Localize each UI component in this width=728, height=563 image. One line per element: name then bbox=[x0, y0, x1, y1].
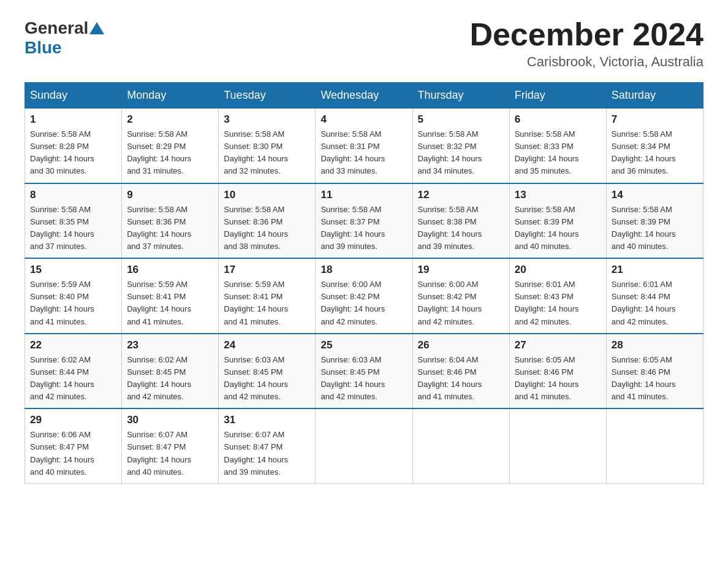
logo-blue-text: Blue bbox=[25, 38, 62, 57]
calendar-cell: 30 Sunrise: 6:07 AMSunset: 8:47 PMDaylig… bbox=[122, 408, 219, 483]
calendar-cell: 14 Sunrise: 5:58 AMSunset: 8:39 PMDaylig… bbox=[606, 183, 703, 259]
calendar-cell: 29 Sunrise: 6:06 AMSunset: 8:47 PMDaylig… bbox=[25, 408, 122, 483]
day-info: Sunrise: 5:59 AMSunset: 8:41 PMDaylight:… bbox=[127, 280, 191, 326]
logo-general-text: General bbox=[25, 18, 88, 38]
day-info: Sunrise: 5:59 AMSunset: 8:40 PMDaylight:… bbox=[30, 280, 94, 326]
calendar-cell: 24 Sunrise: 6:03 AMSunset: 8:45 PMDaylig… bbox=[219, 334, 316, 409]
day-info: Sunrise: 6:03 AMSunset: 8:45 PMDaylight:… bbox=[224, 355, 288, 401]
day-info: Sunrise: 6:03 AMSunset: 8:45 PMDaylight:… bbox=[320, 355, 385, 401]
column-header-sunday: Sunday bbox=[25, 83, 122, 109]
day-number: 5 bbox=[418, 113, 504, 126]
calendar-week-row: 29 Sunrise: 6:06 AMSunset: 8:47 PMDaylig… bbox=[25, 408, 703, 483]
calendar-cell: 20 Sunrise: 6:01 AMSunset: 8:43 PMDaylig… bbox=[509, 258, 606, 334]
day-info: Sunrise: 6:02 AMSunset: 8:45 PMDaylight:… bbox=[127, 355, 191, 401]
calendar-cell: 26 Sunrise: 6:04 AMSunset: 8:46 PMDaylig… bbox=[412, 334, 509, 409]
day-number: 9 bbox=[127, 189, 213, 201]
day-number: 2 bbox=[127, 113, 213, 126]
day-info: Sunrise: 6:06 AMSunset: 8:47 PMDaylight:… bbox=[30, 430, 94, 476]
day-number: 21 bbox=[612, 264, 698, 276]
day-info: Sunrise: 6:07 AMSunset: 8:47 PMDaylight:… bbox=[224, 430, 288, 476]
day-number: 17 bbox=[224, 264, 310, 276]
calendar-cell: 5 Sunrise: 5:58 AMSunset: 8:32 PMDayligh… bbox=[412, 109, 509, 183]
calendar-header-row: SundayMondayTuesdayWednesdayThursdayFrid… bbox=[25, 83, 703, 109]
day-number: 18 bbox=[320, 264, 407, 276]
calendar-table: SundayMondayTuesdayWednesdayThursdayFrid… bbox=[25, 82, 703, 484]
day-info: Sunrise: 5:58 AMSunset: 8:38 PMDaylight:… bbox=[418, 205, 482, 251]
calendar-cell: 18 Sunrise: 6:00 AMSunset: 8:42 PMDaylig… bbox=[316, 258, 412, 334]
day-number: 31 bbox=[224, 414, 310, 426]
month-title: December 2024 bbox=[469, 18, 703, 50]
day-number: 24 bbox=[224, 339, 310, 351]
calendar-cell: 11 Sunrise: 5:58 AMSunset: 8:37 PMDaylig… bbox=[316, 183, 412, 259]
calendar-cell: 7 Sunrise: 5:58 AMSunset: 8:34 PMDayligh… bbox=[606, 109, 703, 183]
day-number: 28 bbox=[612, 339, 698, 351]
calendar-cell: 16 Sunrise: 5:59 AMSunset: 8:41 PMDaylig… bbox=[122, 258, 219, 334]
day-number: 13 bbox=[515, 189, 601, 201]
calendar-cell: 23 Sunrise: 6:02 AMSunset: 8:45 PMDaylig… bbox=[122, 334, 219, 409]
day-info: Sunrise: 6:04 AMSunset: 8:46 PMDaylight:… bbox=[418, 355, 482, 401]
day-number: 11 bbox=[320, 189, 407, 201]
day-info: Sunrise: 5:58 AMSunset: 8:39 PMDaylight:… bbox=[612, 205, 676, 251]
day-number: 4 bbox=[320, 113, 407, 126]
day-info: Sunrise: 5:58 AMSunset: 8:32 PMDaylight:… bbox=[418, 129, 482, 175]
day-number: 30 bbox=[127, 414, 213, 426]
calendar-cell: 9 Sunrise: 5:58 AMSunset: 8:36 PMDayligh… bbox=[122, 183, 219, 259]
title-block: December 2024 Carisbrook, Victoria, Aust… bbox=[469, 18, 703, 70]
day-info: Sunrise: 6:00 AMSunset: 8:42 PMDaylight:… bbox=[418, 280, 482, 326]
calendar-cell bbox=[412, 408, 509, 483]
day-info: Sunrise: 5:58 AMSunset: 8:28 PMDaylight:… bbox=[30, 129, 94, 175]
calendar-week-row: 15 Sunrise: 5:59 AMSunset: 8:40 PMDaylig… bbox=[25, 258, 703, 334]
column-header-friday: Friday bbox=[509, 83, 606, 109]
calendar-week-row: 8 Sunrise: 5:58 AMSunset: 8:35 PMDayligh… bbox=[25, 183, 703, 259]
day-info: Sunrise: 5:58 AMSunset: 8:36 PMDaylight:… bbox=[224, 205, 288, 251]
day-info: Sunrise: 6:07 AMSunset: 8:47 PMDaylight:… bbox=[127, 430, 191, 476]
day-info: Sunrise: 5:58 AMSunset: 8:39 PMDaylight:… bbox=[515, 205, 579, 251]
day-number: 27 bbox=[515, 339, 601, 351]
day-info: Sunrise: 5:58 AMSunset: 8:30 PMDaylight:… bbox=[224, 129, 288, 175]
day-info: Sunrise: 5:59 AMSunset: 8:41 PMDaylight:… bbox=[224, 280, 288, 326]
calendar-cell: 6 Sunrise: 5:58 AMSunset: 8:33 PMDayligh… bbox=[509, 109, 606, 183]
day-info: Sunrise: 6:05 AMSunset: 8:46 PMDaylight:… bbox=[612, 355, 676, 401]
calendar-cell bbox=[316, 408, 412, 483]
calendar-cell: 27 Sunrise: 6:05 AMSunset: 8:46 PMDaylig… bbox=[509, 334, 606, 409]
day-info: Sunrise: 6:00 AMSunset: 8:42 PMDaylight:… bbox=[320, 280, 385, 326]
column-header-wednesday: Wednesday bbox=[316, 83, 412, 109]
calendar-cell: 19 Sunrise: 6:00 AMSunset: 8:42 PMDaylig… bbox=[412, 258, 509, 334]
column-header-monday: Monday bbox=[122, 83, 219, 109]
calendar-cell: 28 Sunrise: 6:05 AMSunset: 8:46 PMDaylig… bbox=[606, 334, 703, 409]
calendar-cell: 13 Sunrise: 5:58 AMSunset: 8:39 PMDaylig… bbox=[509, 183, 606, 259]
calendar-cell: 15 Sunrise: 5:59 AMSunset: 8:40 PMDaylig… bbox=[25, 258, 122, 334]
calendar-cell: 10 Sunrise: 5:58 AMSunset: 8:36 PMDaylig… bbox=[219, 183, 316, 259]
day-number: 22 bbox=[30, 339, 116, 351]
calendar-week-row: 22 Sunrise: 6:02 AMSunset: 8:44 PMDaylig… bbox=[25, 334, 703, 409]
calendar-cell: 4 Sunrise: 5:58 AMSunset: 8:31 PMDayligh… bbox=[316, 109, 412, 183]
day-number: 6 bbox=[515, 113, 601, 126]
day-number: 1 bbox=[30, 113, 116, 126]
day-number: 3 bbox=[224, 113, 310, 126]
day-info: Sunrise: 5:58 AMSunset: 8:34 PMDaylight:… bbox=[612, 129, 676, 175]
column-header-tuesday: Tuesday bbox=[219, 83, 316, 109]
day-info: Sunrise: 5:58 AMSunset: 8:37 PMDaylight:… bbox=[320, 205, 385, 251]
page-header: General Blue December 2024 Carisbrook, V… bbox=[25, 18, 703, 70]
column-header-saturday: Saturday bbox=[606, 83, 703, 109]
calendar-cell: 22 Sunrise: 6:02 AMSunset: 8:44 PMDaylig… bbox=[25, 334, 122, 409]
calendar-cell: 3 Sunrise: 5:58 AMSunset: 8:30 PMDayligh… bbox=[219, 109, 316, 183]
day-number: 15 bbox=[30, 264, 116, 276]
day-number: 23 bbox=[127, 339, 213, 351]
calendar-cell: 17 Sunrise: 5:59 AMSunset: 8:41 PMDaylig… bbox=[219, 258, 316, 334]
column-header-thursday: Thursday bbox=[412, 83, 509, 109]
day-info: Sunrise: 5:58 AMSunset: 8:29 PMDaylight:… bbox=[127, 129, 191, 175]
calendar-cell bbox=[509, 408, 606, 483]
day-number: 10 bbox=[224, 189, 310, 201]
day-number: 19 bbox=[418, 264, 504, 276]
day-info: Sunrise: 5:58 AMSunset: 8:33 PMDaylight:… bbox=[515, 129, 579, 175]
day-number: 7 bbox=[612, 113, 698, 126]
day-number: 12 bbox=[418, 189, 504, 201]
day-info: Sunrise: 6:01 AMSunset: 8:44 PMDaylight:… bbox=[612, 280, 676, 326]
day-number: 16 bbox=[127, 264, 213, 276]
day-info: Sunrise: 6:01 AMSunset: 8:43 PMDaylight:… bbox=[515, 280, 579, 326]
calendar-cell: 8 Sunrise: 5:58 AMSunset: 8:35 PMDayligh… bbox=[25, 183, 122, 259]
calendar-cell: 12 Sunrise: 5:58 AMSunset: 8:38 PMDaylig… bbox=[412, 183, 509, 259]
calendar-cell: 1 Sunrise: 5:58 AMSunset: 8:28 PMDayligh… bbox=[25, 109, 122, 183]
day-info: Sunrise: 5:58 AMSunset: 8:31 PMDaylight:… bbox=[320, 129, 385, 175]
